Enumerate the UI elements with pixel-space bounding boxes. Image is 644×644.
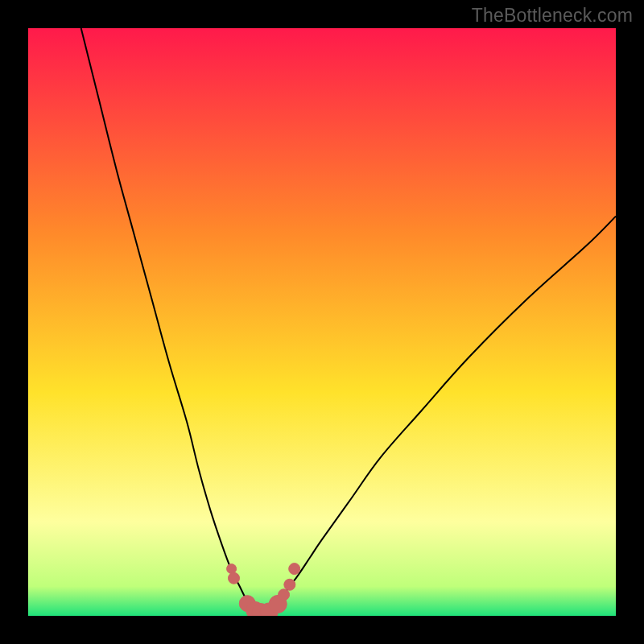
curve-right-branch (270, 217, 616, 613)
highlight-marker (229, 572, 240, 584)
marker-group (227, 564, 300, 616)
curve-layer (28, 28, 616, 616)
highlight-marker (289, 564, 300, 575)
highlight-marker (284, 579, 295, 590)
curve-left-branch (81, 28, 257, 613)
highlight-marker (227, 564, 237, 574)
curve-group (81, 28, 616, 614)
chart-frame: TheBottleneck.com (0, 0, 644, 644)
highlight-marker (279, 589, 290, 601)
plot-area (28, 28, 616, 616)
watermark-text: TheBottleneck.com (472, 5, 633, 27)
